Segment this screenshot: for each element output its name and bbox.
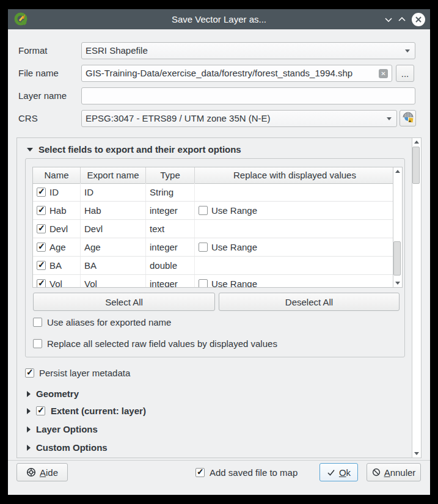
- crs-row: CRS EPSG:3047 - ETRS89 / UTM zone 35N (N…: [8, 110, 430, 127]
- table-row[interactable]: Devl Devl text: [33, 220, 393, 238]
- field-name: BA: [49, 260, 62, 271]
- file-name-input[interactable]: GIS-Training-Data/exercise_data/forestry…: [81, 65, 392, 82]
- field-export-name[interactable]: Devl: [81, 220, 146, 238]
- chevron-down-icon: [387, 117, 392, 120]
- layer-options-title: Layer Options: [36, 424, 98, 434]
- options-scrollbar[interactable]: [412, 138, 421, 458]
- scroll-up-icon[interactable]: [393, 167, 401, 175]
- field-replace-cell: Use Range: [195, 202, 395, 219]
- scroll-down-icon[interactable]: [393, 279, 401, 287]
- use-range-label: Use Range: [211, 205, 257, 216]
- field-checkbox[interactable]: [37, 261, 46, 270]
- fields-section-title: Select fields to export and their export…: [38, 144, 241, 155]
- replace-raw-label: Replace all selected raw field values by…: [47, 338, 277, 349]
- field-checkbox[interactable]: [37, 206, 46, 215]
- table-row[interactable]: BA BA double: [33, 257, 393, 275]
- replace-raw-option[interactable]: Replace all selected raw field values by…: [33, 338, 277, 349]
- field-type: double: [146, 257, 195, 274]
- clear-text-icon[interactable]: ✕: [379, 69, 388, 78]
- collapse-closed-icon: [27, 391, 31, 397]
- persist-metadata-option[interactable]: Persist layer metadata: [25, 368, 130, 378]
- persist-metadata-checkbox[interactable]: [25, 368, 34, 378]
- field-export-name[interactable]: Age: [81, 238, 146, 256]
- column-header-export-name[interactable]: Export name: [81, 167, 146, 183]
- column-header-name[interactable]: Name: [33, 167, 81, 183]
- field-name: ID: [49, 187, 59, 197]
- file-name-value: GIS-Training-Data/exercise_data/forestry…: [86, 68, 352, 78]
- options-scrollbar-thumb[interactable]: [412, 147, 420, 184]
- use-range-checkbox[interactable]: [199, 279, 208, 288]
- shade-window-icon[interactable]: [385, 17, 392, 22]
- field-replace-cell: [195, 183, 395, 201]
- fields-section-header[interactable]: Select fields to export and their export…: [27, 144, 241, 155]
- format-select[interactable]: ESRI Shapefile: [81, 42, 415, 59]
- layer-options-section-header[interactable]: Layer Options: [27, 424, 98, 434]
- help-button-label: Aide: [40, 467, 58, 478]
- table-row[interactable]: ID ID String: [33, 183, 393, 202]
- fields-group-frame: Name Export name Type Replace with displ…: [25, 158, 405, 357]
- use-aliases-checkbox[interactable]: [33, 318, 42, 327]
- select-all-label: Select All: [105, 297, 143, 307]
- crs-picker-button[interactable]: [400, 110, 416, 126]
- custom-options-section-header[interactable]: Custom Options: [27, 442, 108, 453]
- select-all-button[interactable]: Select All: [33, 293, 215, 311]
- layer-name-label: Layer name: [18, 87, 67, 104]
- layer-name-row: Layer name: [8, 87, 430, 104]
- field-checkbox[interactable]: [37, 279, 46, 288]
- close-window-icon[interactable]: [412, 13, 425, 26]
- scroll-down-icon[interactable]: [412, 450, 420, 458]
- field-name: Age: [49, 242, 66, 252]
- field-checkbox[interactable]: [37, 188, 46, 197]
- collapse-closed-icon: [27, 408, 31, 414]
- table-row[interactable]: Hab Hab integer Use Range: [33, 202, 393, 220]
- scroll-up-icon[interactable]: [412, 138, 420, 146]
- field-export-name[interactable]: ID: [81, 183, 146, 201]
- geometry-section-header[interactable]: Geometry: [27, 389, 79, 399]
- table-scrollbar[interactable]: [393, 167, 402, 287]
- save-vector-layer-dialog: Save Vector Layer as... Format ESRI Shap…: [8, 9, 430, 495]
- layer-name-input[interactable]: [81, 87, 415, 104]
- add-to-map-checkbox[interactable]: [195, 468, 205, 477]
- use-aliases-label: Use aliases for exported name: [47, 317, 171, 327]
- field-name: Vol: [49, 279, 62, 288]
- check-icon: [327, 468, 335, 477]
- help-button[interactable]: Aide: [16, 463, 68, 481]
- extent-checkbox[interactable]: [36, 406, 45, 415]
- cancel-no-entry-icon: [372, 468, 381, 477]
- extent-section-header[interactable]: Extent (current: layer): [27, 406, 146, 416]
- table-row[interactable]: Age Age integer Use Range: [33, 238, 393, 257]
- field-type: text: [146, 220, 195, 238]
- field-replace-cell: Use Range: [195, 238, 395, 256]
- column-header-type[interactable]: Type: [146, 167, 195, 183]
- field-checkbox[interactable]: [37, 224, 46, 233]
- cancel-button[interactable]: Annuler: [367, 463, 421, 481]
- add-to-map-option[interactable]: Add saved file to map: [195, 467, 297, 478]
- field-export-name[interactable]: Vol: [81, 275, 146, 288]
- window-title: Save Vector Layer as...: [8, 14, 430, 24]
- browse-button-label: ...: [401, 68, 409, 79]
- field-export-name[interactable]: Hab: [81, 202, 146, 219]
- use-range-label: Use Range: [211, 242, 257, 252]
- crs-select[interactable]: EPSG:3047 - ETRS89 / UTM zone 35N (N-E): [81, 110, 397, 127]
- titlebar[interactable]: Save Vector Layer as...: [8, 9, 430, 29]
- format-value: ESRI Shapefile: [86, 45, 148, 56]
- collapse-open-icon: [27, 148, 33, 152]
- replace-raw-checkbox[interactable]: [33, 339, 42, 348]
- field-replace-cell: Use Range: [195, 275, 395, 288]
- field-checkbox[interactable]: [37, 243, 46, 252]
- use-range-checkbox[interactable]: [199, 243, 208, 252]
- use-aliases-option[interactable]: Use aliases for exported name: [33, 317, 171, 327]
- help-lifebuoy-icon: [26, 467, 36, 477]
- field-type: String: [146, 183, 195, 201]
- table-scrollbar-thumb[interactable]: [393, 241, 401, 276]
- deselect-all-button[interactable]: Deselect All: [219, 293, 400, 311]
- field-export-name[interactable]: BA: [81, 257, 146, 274]
- table-row[interactable]: Vol Vol integer Use Range: [33, 275, 393, 288]
- column-header-replace[interactable]: Replace with displayed values: [195, 167, 395, 183]
- ok-button[interactable]: Ok: [319, 463, 358, 481]
- fields-table-header: Name Export name Type Replace with displ…: [33, 167, 393, 184]
- use-range-label: Use Range: [211, 279, 257, 288]
- use-range-checkbox[interactable]: [199, 206, 208, 215]
- maximize-window-icon[interactable]: [398, 17, 406, 22]
- browse-button[interactable]: ...: [396, 65, 414, 82]
